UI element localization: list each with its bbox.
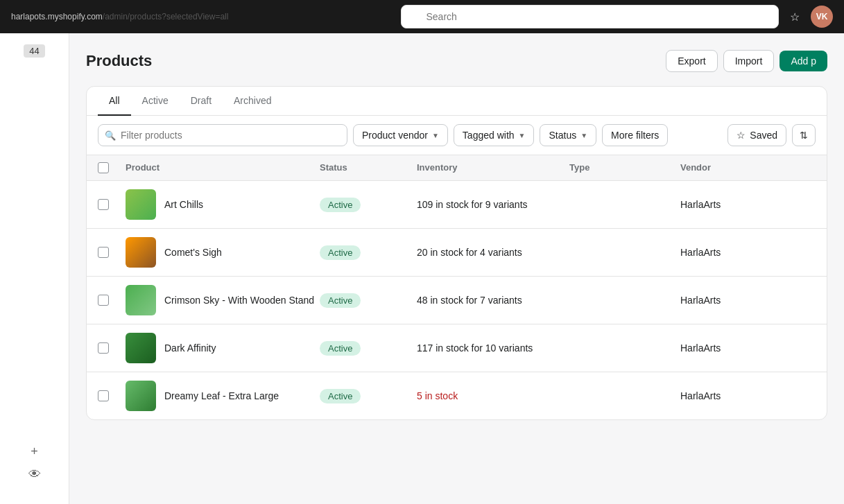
tagged-with-label: Tagged with [463, 130, 515, 141]
select-all-checkbox[interactable] [98, 162, 109, 173]
row-select-cell[interactable] [98, 342, 126, 354]
col-inventory: Inventory [417, 162, 569, 173]
status-badge: Active [320, 198, 361, 212]
status-cell: Active [320, 389, 417, 403]
status-cell: Active [320, 245, 417, 260]
saved-button[interactable]: ☆ Saved [727, 124, 786, 146]
tab-archived[interactable]: Archived [223, 87, 282, 116]
product-name[interactable]: Dark Affinity [164, 342, 216, 354]
filter-search-input[interactable] [98, 124, 347, 146]
select-all-cell[interactable] [98, 162, 126, 173]
product-name[interactable]: Art Chills [164, 199, 203, 210]
tab-draft[interactable]: Draft [180, 87, 223, 116]
status-filter[interactable]: Status ▼ [540, 124, 596, 146]
row-select-cell[interactable] [98, 295, 126, 306]
product-thumbnail [126, 285, 156, 315]
product-thumbnail [126, 189, 156, 220]
add-icon[interactable]: + [31, 444, 38, 459]
filter-search-icon: 🔍 [105, 130, 116, 141]
star-icon: ☆ [737, 130, 746, 141]
inventory-cell: 109 in stock for 9 variants [417, 199, 569, 210]
main-content: Products Export Import Add p All Active … [69, 33, 844, 504]
row-checkbox[interactable] [98, 199, 109, 210]
tagged-with-filter[interactable]: Tagged with ▼ [454, 124, 535, 146]
product-name[interactable]: Crimson Sky - With Wooden Stand [164, 295, 314, 306]
product-vendor-filter[interactable]: Product vendor ▼ [353, 124, 448, 146]
row-select-cell[interactable] [98, 390, 126, 401]
inventory-warn: 5 in stock [417, 390, 458, 401]
vendor-cell: HarlaArts [680, 247, 791, 258]
product-cell: Crimson Sky - With Wooden Stand [126, 285, 320, 315]
status-badge: Active [320, 293, 361, 308]
status-badge: Active [320, 341, 361, 356]
vendor-cell: HarlaArts [680, 295, 791, 306]
col-product: Product [126, 162, 320, 173]
col-status: Status [320, 162, 417, 173]
products-card: All Active Draft Archived 🔍 Product vend… [86, 86, 827, 420]
product-cell: Art Chills [126, 189, 320, 220]
inventory-cell: 48 in stock for 7 variants [417, 295, 569, 306]
product-cell: Dreamy Leaf - Extra Large [126, 381, 320, 411]
row-checkbox[interactable] [98, 247, 109, 258]
col-vendor: Vendor [680, 162, 791, 173]
top-search-wrap: 🔍 [401, 5, 780, 28]
add-product-button[interactable]: Add p [780, 51, 827, 71]
top-search-input[interactable] [401, 5, 780, 28]
table-row: Dark Affinity Active 117 in stock for 10… [87, 324, 827, 372]
layout: 44 + 👁 Products Export Import Add p All … [0, 33, 844, 504]
vendor-cell: HarlaArts [680, 390, 791, 401]
tab-all[interactable]: All [98, 87, 131, 116]
chevron-down-icon: ▼ [519, 132, 526, 139]
import-button[interactable]: Import [723, 50, 775, 72]
product-name[interactable]: Comet's Sigh [164, 247, 222, 258]
table-header: Product Status Inventory Type Vendor [87, 155, 827, 181]
header-actions: Export Import Add p [666, 50, 827, 72]
product-thumbnail [126, 237, 156, 268]
inventory-cell: 5 in stock [417, 390, 569, 401]
row-checkbox[interactable] [98, 342, 109, 354]
star-icon[interactable]: ☆ [790, 10, 800, 24]
export-button[interactable]: Export [666, 50, 717, 72]
product-cell: Comet's Sigh [126, 237, 320, 268]
product-vendor-label: Product vendor [362, 130, 428, 141]
table-row: Dreamy Leaf - Extra Large Active 5 in st… [87, 372, 827, 419]
tab-active[interactable]: Active [131, 87, 180, 116]
table-row: Comet's Sigh Active 20 in stock for 4 va… [87, 229, 827, 277]
status-badge: Active [320, 245, 361, 260]
sort-icon: ⇅ [800, 130, 808, 141]
inventory-cell: 20 in stock for 4 variants [417, 247, 569, 258]
sidebar: 44 + 👁 [0, 33, 69, 504]
status-cell: Active [320, 293, 417, 308]
row-checkbox[interactable] [98, 295, 109, 306]
url-display: harlapots.myshopify.com/admin/products?s… [11, 12, 390, 21]
eye-icon[interactable]: 👁 [28, 467, 41, 482]
table-row: Crimson Sky - With Wooden Stand Active 4… [87, 277, 827, 324]
product-cell: Dark Affinity [126, 333, 320, 363]
tabs: All Active Draft Archived [87, 87, 827, 116]
top-bar: harlapots.myshopify.com/admin/products?s… [0, 0, 844, 33]
product-name[interactable]: Dreamy Leaf - Extra Large [164, 390, 279, 401]
chevron-down-icon: ▼ [580, 132, 587, 139]
row-checkbox[interactable] [98, 390, 109, 401]
status-label: Status [549, 130, 576, 141]
vendor-cell: HarlaArts [680, 342, 791, 354]
table-row: Art Chills Active 109 in stock for 9 var… [87, 181, 827, 229]
col-type: Type [569, 162, 680, 173]
row-select-cell[interactable] [98, 247, 126, 258]
saved-label: Saved [750, 130, 777, 141]
avatar[interactable]: VK [811, 6, 833, 28]
status-cell: Active [320, 341, 417, 356]
more-filters-button[interactable]: More filters [602, 124, 668, 146]
sidebar-bottom: + 👁 [28, 444, 41, 493]
product-thumbnail [126, 381, 156, 411]
status-badge: Active [320, 389, 361, 403]
status-cell: Active [320, 198, 417, 212]
filter-row: 🔍 Product vendor ▼ Tagged with ▼ Status … [87, 116, 827, 155]
sort-button[interactable]: ⇅ [792, 124, 816, 146]
inventory-cell: 117 in stock for 10 variants [417, 342, 569, 354]
sidebar-badge: 44 [24, 44, 44, 58]
row-select-cell[interactable] [98, 199, 126, 210]
filter-search-wrap: 🔍 [98, 124, 347, 146]
product-thumbnail [126, 333, 156, 363]
page-header: Products Export Import Add p [86, 50, 827, 72]
